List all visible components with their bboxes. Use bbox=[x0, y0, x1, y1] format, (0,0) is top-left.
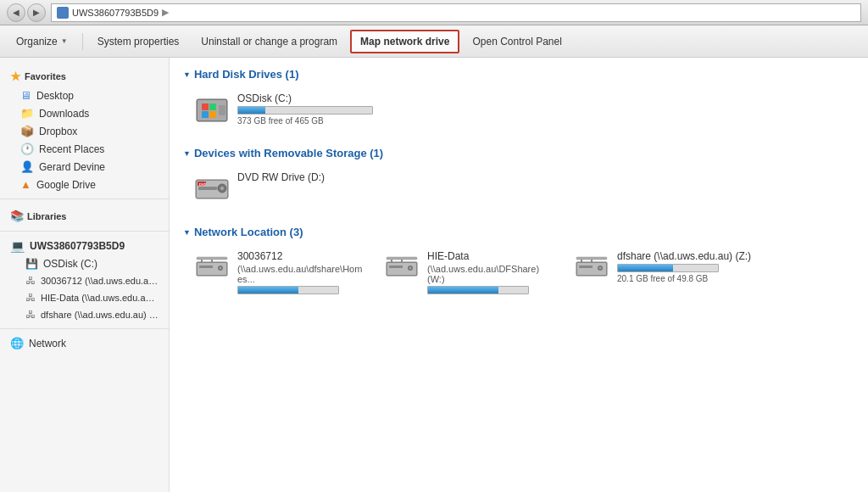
sidebar-item-dfshare[interactable]: 🖧 dfshare (\\ad.uws.edu.au) (Z:) bbox=[0, 306, 169, 323]
osdisk-bar-fill bbox=[238, 107, 265, 114]
sidebar-item-dropbox[interactable]: 📦 Dropbox bbox=[0, 122, 169, 140]
sidebar-item-network[interactable]: 🌐 Network bbox=[0, 334, 169, 352]
computer-label: UWS38607793B5D9 bbox=[30, 240, 125, 252]
svg-rect-21 bbox=[197, 257, 227, 260]
hie-data-label: HIE-Data (\\ad.uws.edu.au\DFShare) (W:) bbox=[41, 293, 159, 303]
forward-button[interactable]: ▶ bbox=[27, 3, 46, 22]
net30036-icon: 🖧 bbox=[25, 275, 36, 287]
30036712-label: 30036712 (\\ad.uws.edu.au\dfshare\HomesH… bbox=[41, 276, 159, 286]
net-hie-path: (\\ad.uws.edu.au\DFShare) (W:) bbox=[427, 264, 554, 284]
system-properties-button[interactable]: System properties bbox=[88, 30, 189, 53]
net-dfshare-free: 20.1 GB free of 49.8 GB bbox=[617, 274, 751, 283]
net-30036712-name: 30036712 bbox=[237, 250, 364, 262]
svg-rect-5 bbox=[209, 111, 216, 118]
star-icon: ★ bbox=[10, 70, 21, 83]
net-hie-info: HIE-Data (\\ad.uws.edu.au\DFShare) (W:) bbox=[427, 250, 554, 294]
svg-rect-2 bbox=[202, 103, 209, 110]
address-bar[interactable]: UWS38607793B5D9 ▶ bbox=[51, 3, 861, 22]
sidebar-item-computer[interactable]: 💻 UWS38607793B5D9 bbox=[0, 237, 169, 255]
uninstall-label: Uninstall or change a program bbox=[201, 36, 337, 48]
hie-icon: 🖧 bbox=[25, 292, 36, 304]
sidebar-divider-2 bbox=[0, 231, 169, 232]
sidebar-item-hie-data[interactable]: 🖧 HIE-Data (\\ad.uws.edu.au\DFShare) (W:… bbox=[0, 289, 169, 306]
svg-rect-32 bbox=[579, 266, 593, 268]
favorites-label: Favorites bbox=[25, 71, 66, 81]
open-control-panel-label: Open Control Panel bbox=[472, 36, 561, 48]
net-30036712-path: (\\ad.uws.edu.au\dfshare\Homes... bbox=[237, 264, 364, 284]
main-layout: ★ Favorites 🖥 Desktop 📁 Downloads 📦 Drop… bbox=[0, 58, 868, 492]
uninstall-button[interactable]: Uninstall or change a program bbox=[192, 30, 347, 53]
computer-icon: 💻 bbox=[10, 239, 25, 253]
sidebar-item-recent-places[interactable]: 🕐 Recent Places bbox=[0, 140, 169, 158]
content-area: Hard Disk Drives (1) bbox=[170, 58, 868, 492]
svg-rect-24 bbox=[389, 266, 403, 268]
net-dfshare-name: dfshare (\\ad.uws.edu.au) (Z:) bbox=[617, 250, 751, 262]
net-hie-bar bbox=[427, 286, 529, 294]
network-section-label: Network Location (3) bbox=[194, 226, 303, 238]
net-30036712-bar bbox=[237, 286, 339, 294]
gerard-devine-label: Gerard Devine bbox=[39, 161, 105, 173]
google-drive-label: Google Drive bbox=[36, 179, 96, 191]
organize-label: Organize bbox=[16, 36, 58, 48]
net-30036712-fill bbox=[238, 287, 298, 294]
osdisk-hdd-icon bbox=[195, 92, 229, 126]
dvd-name: DVD RW Drive (D:) bbox=[237, 171, 325, 183]
desktop-label: Desktop bbox=[36, 90, 74, 102]
removable-section-header: Devices with Removable Storage (1) bbox=[183, 147, 854, 159]
gdrive-icon: ▲ bbox=[20, 178, 31, 191]
nav-buttons: ◀ ▶ bbox=[7, 3, 46, 22]
osdisk-icon: 💾 bbox=[25, 258, 38, 270]
net-drive-hie-data[interactable]: HIE-Data (\\ad.uws.edu.au\DFShare) (W:) bbox=[381, 247, 558, 298]
downloads-label: Downloads bbox=[39, 108, 89, 120]
sidebar-item-desktop[interactable]: 🖥 Desktop bbox=[0, 87, 169, 104]
net-drive-30036712[interactable]: 30036712 (\\ad.uws.edu.au\dfshare\Homes.… bbox=[192, 247, 368, 298]
hard-disk-drives-grid: OSDisk (C:) 373 GB free of 465 GB bbox=[183, 89, 854, 130]
hard-disk-section-header: Hard Disk Drives (1) bbox=[183, 68, 854, 81]
address-text: UWS38607793B5D9 bbox=[72, 8, 159, 18]
libraries-header[interactable]: 📚 Libraries bbox=[0, 204, 169, 226]
svg-point-26 bbox=[409, 267, 411, 269]
osdisk-drive-item[interactable]: OSDisk (C:) 373 GB free of 465 GB bbox=[192, 89, 376, 130]
svg-point-18 bbox=[220, 267, 221, 269]
svg-rect-4 bbox=[202, 111, 209, 118]
net-dfshare-bar bbox=[617, 264, 719, 272]
desktop-icon: 🖥 bbox=[20, 89, 31, 102]
dvd-drive-icon: DVD bbox=[195, 171, 229, 205]
svg-rect-9 bbox=[198, 187, 217, 190]
organize-dropdown-arrow: ▼ bbox=[61, 37, 68, 45]
sidebar-item-osdisk[interactable]: 💾 OSDisk (C:) bbox=[0, 255, 169, 272]
downloads-icon: 📁 bbox=[20, 107, 34, 120]
net-drive-dfshare[interactable]: dfshare (\\ad.uws.edu.au) (Z:) 20.1 GB f… bbox=[571, 247, 754, 298]
map-network-drive-label: Map network drive bbox=[360, 36, 449, 48]
favorites-header[interactable]: ★ Favorites bbox=[0, 64, 169, 87]
net-hie-name: HIE-Data bbox=[427, 250, 554, 262]
sidebar-item-google-drive[interactable]: ▲ Google Drive bbox=[0, 176, 169, 193]
dvd-drive-item[interactable]: DVD DVD RW Drive (D:) bbox=[192, 168, 361, 209]
svg-rect-3 bbox=[209, 103, 216, 110]
svg-rect-6 bbox=[219, 105, 225, 115]
map-network-drive-button[interactable]: Map network drive bbox=[350, 30, 459, 53]
address-arrow: ▶ bbox=[162, 7, 169, 18]
net-dfshare-info: dfshare (\\ad.uws.edu.au) (Z:) 20.1 GB f… bbox=[617, 250, 751, 283]
title-bar: ◀ ▶ UWS38607793B5D9 ▶ bbox=[0, 0, 868, 25]
net-drive-dfshare-icon bbox=[575, 250, 609, 284]
dropbox-label: Dropbox bbox=[39, 126, 77, 137]
computer-icon bbox=[57, 7, 69, 19]
osdisk-free: 373 GB free of 465 GB bbox=[237, 116, 373, 126]
sidebar-item-gerard-devine[interactable]: 👤 Gerard Devine bbox=[0, 158, 169, 176]
dfshare-label: dfshare (\\ad.uws.edu.au) (Z:) bbox=[41, 310, 159, 320]
svg-point-11 bbox=[220, 187, 224, 190]
network-label: Network bbox=[29, 338, 66, 349]
net-dfshare-fill bbox=[618, 265, 673, 271]
back-button[interactable]: ◀ bbox=[7, 3, 25, 22]
sidebar-item-30036712[interactable]: 🖧 30036712 (\\ad.uws.edu.au\dfshare\Home… bbox=[0, 272, 169, 289]
dropbox-icon: 📦 bbox=[20, 125, 34, 137]
network-icon: 🌐 bbox=[10, 337, 24, 349]
organize-button[interactable]: Organize ▼ bbox=[7, 30, 77, 53]
svg-point-34 bbox=[599, 267, 601, 269]
sidebar-item-downloads[interactable]: 📁 Downloads bbox=[0, 104, 169, 122]
sidebar-divider-1 bbox=[0, 198, 169, 199]
svg-rect-29 bbox=[387, 257, 417, 260]
open-control-panel-button[interactable]: Open Control Panel bbox=[463, 30, 570, 53]
svg-rect-16 bbox=[199, 266, 213, 268]
